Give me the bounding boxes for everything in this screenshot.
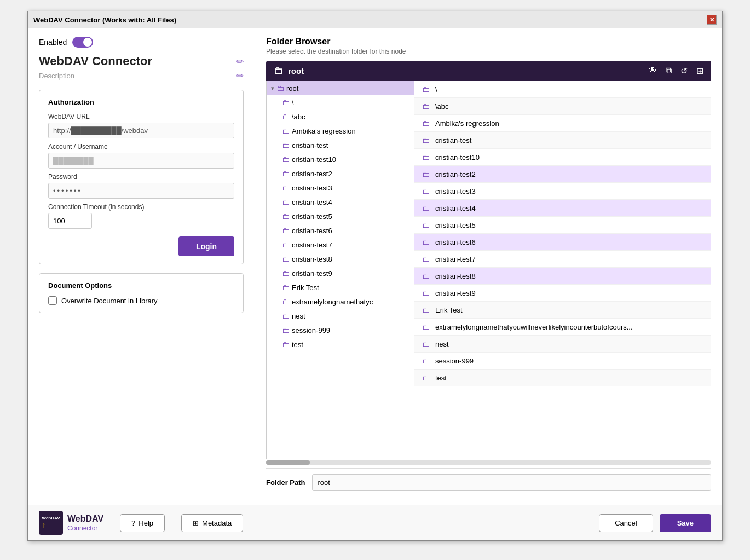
eye-icon[interactable]: 👁 <box>648 66 657 76</box>
list-item[interactable]: 🗀 cristian-test5 <box>267 209 414 223</box>
folder-path-input[interactable] <box>312 474 711 491</box>
login-btn-row: Login <box>48 236 234 256</box>
table-row[interactable]: 🗀 session-999 <box>414 353 711 370</box>
folder-icon: 🗀 <box>422 221 430 229</box>
table-row[interactable]: 🗀 \ <box>414 81 711 98</box>
table-row[interactable]: 🗀 cristian-test2 <box>414 166 711 183</box>
list-item[interactable]: 🗀 cristian-test7 <box>267 238 414 252</box>
timeout-input[interactable] <box>48 213 92 229</box>
chevron-icon: ▾ <box>271 85 274 92</box>
table-row[interactable]: 🗀 cristian-test3 <box>414 183 711 200</box>
folder-icon: 🗀 <box>282 141 290 149</box>
folder-icon: 🗀 <box>282 212 290 221</box>
logo-icon-box: WebDAV ↑ <box>39 511 63 535</box>
grid-item-label: cristian-test6 <box>435 238 476 246</box>
tree-item-label: nest <box>292 312 305 320</box>
browser-header: 🗀 root 👁 ⧉ ↺ ⊞ <box>266 61 711 81</box>
list-item[interactable]: 🗀 cristian-test9 <box>267 266 414 280</box>
overwrite-checkbox-row: Overwrite Document in Library <box>48 296 234 305</box>
metadata-label: Metadata <box>202 519 232 527</box>
list-item[interactable]: 🗀 cristian-test2 <box>267 166 414 181</box>
grid-item-label: \ <box>435 85 437 94</box>
folder-icon: 🗀 <box>282 112 290 121</box>
list-item[interactable]: 🗀 cristian-test6 <box>267 223 414 238</box>
description-edit-icon[interactable]: ✏ <box>236 71 244 81</box>
table-row[interactable]: 🗀 cristian-test6 <box>414 234 711 251</box>
list-item[interactable]: 🗀 extramelylongnamethatyc <box>267 295 414 309</box>
overwrite-checkbox[interactable] <box>48 296 57 305</box>
list-item[interactable]: 🗀 nest <box>267 309 414 323</box>
list-item[interactable]: 🗀 \ <box>267 95 414 109</box>
list-item[interactable]: 🗀 session-999 <box>267 323 414 337</box>
tree-item-label: cristian-test3 <box>292 184 332 192</box>
connector-title-edit-icon[interactable]: ✏ <box>236 56 244 67</box>
logo-arrow-icon: ↑ <box>42 521 60 529</box>
username-input[interactable] <box>48 153 234 169</box>
table-row[interactable]: 🗀 Ambika's regression <box>414 115 711 132</box>
table-row[interactable]: 🗀 cristian-test9 <box>414 285 711 302</box>
table-row[interactable]: 🗀 cristian-test7 <box>414 251 711 268</box>
close-button[interactable]: ✕ <box>707 15 717 25</box>
refresh-icon[interactable]: ↺ <box>680 66 688 76</box>
tree-item-label: session-999 <box>292 326 330 334</box>
table-row[interactable]: 🗀 cristian-test10 <box>414 149 711 166</box>
table-row[interactable]: 🗀 cristian-test8 <box>414 268 711 285</box>
folder-icon: 🗀 <box>282 98 290 107</box>
grid-item-label: extramelylongnamethatyouwillneverlikelyi… <box>435 323 633 331</box>
main-content: Enabled WebDAV Connector ✏ Description ✏… <box>28 28 722 505</box>
cancel-button[interactable]: Cancel <box>599 514 653 532</box>
folder-icon: 🗀 <box>422 339 430 348</box>
password-input[interactable] <box>48 183 234 199</box>
folder-icon: 🗀 <box>422 187 430 195</box>
enabled-toggle[interactable] <box>72 37 93 48</box>
folder-icon: 🗀 <box>422 204 430 212</box>
enabled-row: Enabled <box>39 37 244 48</box>
window-title: WebDAV Connector (Works with: All Files) <box>33 16 176 24</box>
table-row[interactable]: 🗀 cristian-test4 <box>414 200 711 217</box>
tree-item-label: \abc <box>292 113 305 121</box>
table-row[interactable]: 🗀 test <box>414 370 711 386</box>
list-item[interactable]: 🗀 Ambika's regression <box>267 124 414 138</box>
copy-icon[interactable]: ⧉ <box>666 66 672 76</box>
login-button[interactable]: Login <box>178 236 234 256</box>
scrollbar-thumb[interactable] <box>266 460 310 465</box>
help-button[interactable]: ? Help <box>120 514 165 532</box>
list-item[interactable]: 🗀 cristian-test8 <box>267 252 414 266</box>
table-row[interactable]: 🗀 \abc <box>414 98 711 115</box>
grid-icon[interactable]: ⊞ <box>696 66 703 76</box>
list-item[interactable]: 🗀 cristian-test10 <box>267 152 414 166</box>
list-item[interactable]: 🗀 cristian-test3 <box>267 181 414 195</box>
list-item[interactable]: 🗀 \abc <box>267 109 414 124</box>
list-item[interactable]: 🗀 Erik Test <box>267 280 414 295</box>
table-row[interactable]: 🗀 extramelylongnamethatyouwillneverlikel… <box>414 319 711 336</box>
list-item[interactable]: 🗀 cristian-test4 <box>267 195 414 209</box>
folder-icon: 🗀 <box>422 85 430 94</box>
bottom-bar: WebDAV ↑ WebDAV Connector ? Help ⊞ Metad… <box>28 505 722 540</box>
horizontal-scrollbar[interactable] <box>266 460 711 465</box>
metadata-button[interactable]: ⊞ Metadata <box>181 514 243 532</box>
folder-icon: 🗀 <box>282 226 290 235</box>
tree-item-root[interactable]: ▾ 🗀 root <box>267 81 414 95</box>
save-button[interactable]: Save <box>660 514 711 532</box>
folder-path-label: Folder Path <box>266 478 305 487</box>
tree-item-label: cristian-test7 <box>292 241 332 249</box>
tree-item-label: cristian-test4 <box>292 198 332 206</box>
table-row[interactable]: 🗀 nest <box>414 336 711 353</box>
table-row[interactable]: 🗀 Erik Test <box>414 302 711 319</box>
table-row[interactable]: 🗀 cristian-test5 <box>414 217 711 234</box>
grid-item-label: cristian-test5 <box>435 221 476 229</box>
grid-item-label: test <box>435 374 447 382</box>
folder-browser-subtitle: Please select the destination folder for… <box>266 48 711 55</box>
tree-item-label: cristian-test <box>292 141 328 149</box>
folder-icon: 🗀 <box>422 119 430 128</box>
webdav-url-input[interactable] <box>48 123 234 138</box>
tree-item-label: cristian-test8 <box>292 255 332 263</box>
folder-icon: 🗀 <box>282 198 290 206</box>
logo-text-line2: Connector <box>67 524 103 532</box>
connector-title-row: WebDAV Connector ✏ <box>39 54 244 68</box>
table-row[interactable]: 🗀 cristian-test <box>414 132 711 149</box>
grid-item-label: cristian-test <box>435 136 471 145</box>
list-item[interactable]: 🗀 test <box>267 337 414 351</box>
grid-item-label: cristian-test3 <box>435 187 476 195</box>
list-item[interactable]: 🗀 cristian-test <box>267 138 414 152</box>
